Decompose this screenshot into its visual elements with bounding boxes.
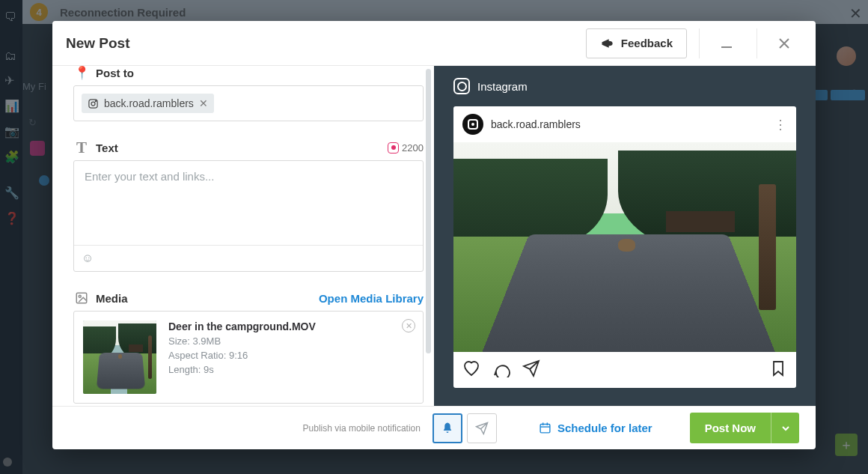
- svg-rect-6: [76, 293, 87, 303]
- compose-scrollbar[interactable]: [426, 69, 431, 353]
- feedback-button[interactable]: Feedback: [586, 28, 687, 58]
- text-icon: T: [73, 139, 90, 157]
- schedule-label: Schedule for later: [557, 422, 652, 434]
- char-count-badge: 2200: [388, 142, 424, 154]
- heart-icon[interactable]: [462, 359, 480, 377]
- chevron-down-icon: [781, 424, 790, 433]
- more-icon[interactable]: ⋯: [773, 118, 789, 131]
- post-now-label: Post Now: [705, 422, 756, 434]
- post-now-button[interactable]: Post Now: [690, 413, 771, 443]
- bookmark-icon[interactable]: [769, 359, 787, 377]
- media-label: Media: [96, 292, 319, 305]
- modal-title: New Post: [66, 35, 586, 52]
- post-now-group: Post Now: [690, 413, 799, 443]
- instagram-icon: [388, 142, 399, 154]
- calendar-icon: [539, 422, 551, 434]
- profiles-box[interactable]: back.road.ramblers ✕: [73, 85, 424, 121]
- svg-point-5: [95, 100, 96, 101]
- svg-point-7: [79, 295, 81, 297]
- publish-mode-toggle: [433, 413, 497, 443]
- media-size: Size: 3.9MB: [168, 335, 316, 347]
- char-count: 2200: [402, 142, 424, 154]
- svg-rect-8: [540, 425, 550, 433]
- text-box: Enter your text and links... ☺: [73, 160, 424, 272]
- compose-scroll[interactable]: 📍 Post to Clear profiles back.road.rambl…: [52, 66, 434, 406]
- image-icon: [73, 291, 90, 305]
- postto-label: Post to: [96, 67, 352, 79]
- section-text: T Text 2200 Enter your text and links...…: [73, 135, 424, 272]
- instagram-icon: [88, 98, 99, 109]
- preview-panel: Instagram back.road.ramblers ⋯: [434, 66, 816, 406]
- media-info: Deer in the campground.MOV Size: 3.9MB A…: [168, 320, 316, 394]
- preview-avatar: [462, 114, 483, 135]
- bell-icon: [441, 422, 454, 435]
- media-filename: Deer in the campground.MOV: [168, 320, 316, 332]
- preview-card: back.road.ramblers ⋯: [453, 106, 796, 388]
- caption-placeholder: Enter your text and links...: [85, 170, 214, 183]
- instagram-icon: [453, 78, 470, 94]
- minimize-button[interactable]: [709, 25, 745, 61]
- publish-mode-notification[interactable]: [433, 413, 462, 443]
- preview-network-label: Instagram: [477, 80, 528, 93]
- preview-card-header: back.road.ramblers ⋯: [453, 106, 796, 142]
- text-label: Text: [96, 142, 388, 154]
- preview-actions: [453, 352, 796, 388]
- preview-username: back.road.ramblers: [491, 118, 767, 130]
- minimize-icon: [721, 37, 733, 49]
- compose-panel: 📍 Post to Clear profiles back.road.rambl…: [52, 66, 434, 406]
- text-header: T Text 2200: [73, 135, 424, 160]
- new-post-modal: New Post Feedback 📍 Post to Clear profil…: [52, 21, 816, 449]
- profile-chip-label: back.road.ramblers: [104, 97, 194, 109]
- divider: [757, 28, 757, 58]
- publish-mode-direct[interactable]: [467, 413, 497, 443]
- close-button[interactable]: [766, 25, 802, 61]
- post-now-dropdown[interactable]: [771, 413, 799, 443]
- send-icon: [475, 422, 489, 435]
- media-length: Length: 9s: [168, 364, 316, 375]
- caption-input[interactable]: Enter your text and links...: [74, 161, 423, 245]
- modal-body: 📍 Post to Clear profiles back.road.rambl…: [52, 66, 816, 406]
- svg-point-4: [91, 102, 95, 106]
- section-postto: 📍 Post to Clear profiles back.road.rambl…: [73, 66, 424, 121]
- remove-media-button[interactable]: ✕: [402, 319, 415, 332]
- megaphone-icon: [600, 37, 615, 50]
- chip-remove-icon[interactable]: ✕: [199, 97, 208, 109]
- divider: [699, 28, 700, 58]
- media-attachment: Deer in the campground.MOV Size: 3.9MB A…: [73, 311, 424, 404]
- preview-media: [453, 142, 796, 352]
- comment-icon[interactable]: [492, 359, 510, 377]
- emoji-picker-button[interactable]: ☺: [82, 252, 94, 264]
- preview-network-header: Instagram: [453, 75, 796, 97]
- share-icon[interactable]: [522, 359, 540, 377]
- modal-header: New Post Feedback: [52, 21, 816, 66]
- close-icon: [778, 37, 790, 49]
- media-thumbnail[interactable]: [83, 320, 156, 394]
- pin-icon: 📍: [73, 66, 90, 81]
- postto-header: 📍 Post to Clear profiles: [73, 66, 424, 85]
- schedule-button[interactable]: Schedule for later: [539, 422, 652, 434]
- modal-footer: Publish via mobile notification Schedule…: [52, 406, 816, 449]
- section-media: Media Open Media Library Deer in: [73, 285, 424, 404]
- media-header: Media Open Media Library: [73, 285, 424, 311]
- media-ratio: Aspect Ratio: 9:16: [168, 350, 316, 361]
- profile-chip[interactable]: back.road.ramblers ✕: [82, 94, 214, 113]
- publish-mode-label: Publish via mobile notification: [303, 423, 421, 434]
- feedback-label: Feedback: [621, 37, 673, 49]
- open-media-library-link[interactable]: Open Media Library: [319, 292, 424, 305]
- text-footer: ☺: [74, 245, 423, 271]
- svg-rect-2: [721, 46, 732, 48]
